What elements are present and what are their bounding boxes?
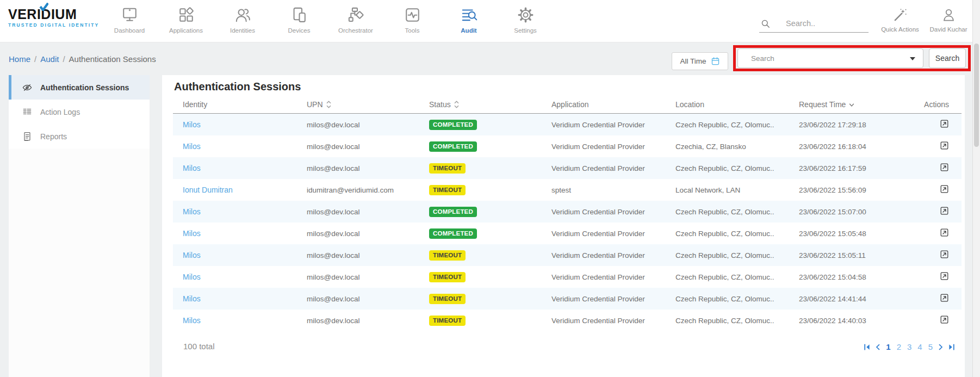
breadcrumb-audit-link[interactable]: Audit bbox=[40, 54, 59, 64]
cell-application: Veridium Credential Provider bbox=[542, 121, 666, 129]
table-row: Milosmilos@dev.localCOMPLETEDVeridium Cr… bbox=[173, 135, 962, 157]
open-record-button[interactable] bbox=[940, 315, 949, 324]
column-header-status[interactable]: Status bbox=[419, 100, 542, 113]
identity-link[interactable]: Milos bbox=[183, 142, 201, 151]
column-header-actions: Actions bbox=[898, 100, 962, 113]
status-badge: TIMEOUT bbox=[429, 294, 466, 304]
nav-item-settings[interactable]: Settings bbox=[497, 5, 554, 34]
user-name-label: David Kuchar bbox=[929, 26, 967, 33]
column-header-request-time[interactable]: Request Time bbox=[789, 100, 898, 113]
cell-upn: idumitran@veridiumid.com bbox=[297, 186, 419, 194]
sidebar-item-reports[interactable]: Reports bbox=[9, 124, 150, 149]
status-badge: TIMEOUT bbox=[429, 316, 466, 326]
next-page-button[interactable] bbox=[938, 344, 944, 350]
main-panel: Authentication Sessions IdentityUPNStatu… bbox=[162, 75, 965, 377]
open-record-button[interactable] bbox=[940, 163, 949, 172]
nav-item-audit[interactable]: Audit bbox=[441, 5, 497, 34]
cell-location: Local Network, LAN bbox=[666, 186, 789, 194]
cell-location: Czech Republic, CZ, Olomuc.. bbox=[666, 295, 789, 303]
page-number-3[interactable]: 3 bbox=[907, 342, 912, 351]
identity-link[interactable]: Ionut Dumitran bbox=[183, 186, 233, 194]
column-label: Identity bbox=[183, 100, 207, 109]
identity-link[interactable]: Milos bbox=[183, 294, 201, 303]
cell-actions bbox=[898, 119, 962, 130]
column-label: Status bbox=[429, 100, 451, 109]
open-record-button[interactable] bbox=[940, 141, 949, 150]
last-page-button[interactable] bbox=[948, 344, 955, 350]
nav-item-devices[interactable]: Devices bbox=[271, 5, 327, 34]
user-menu[interactable]: David Kuchar bbox=[924, 8, 973, 33]
brand-logo[interactable]: VERIDIUM TRUSTED DIGITAL IDENTITY bbox=[8, 7, 99, 28]
nav-item-label: Applications bbox=[169, 27, 203, 34]
quick-actions-button[interactable]: Quick Actions bbox=[874, 8, 926, 33]
search-field-dropdown[interactable]: Search bbox=[737, 48, 923, 68]
open-record-button[interactable] bbox=[940, 228, 949, 237]
nav-item-identities[interactable]: Identities bbox=[214, 5, 271, 34]
global-search-input[interactable]: Search.. bbox=[759, 15, 869, 33]
nav-item-dashboard[interactable]: Dashboard bbox=[101, 5, 158, 34]
cell-status: COMPLETED bbox=[419, 120, 542, 130]
cell-identity: Milos bbox=[173, 294, 297, 303]
global-search-placeholder: Search.. bbox=[786, 19, 815, 28]
first-page-button[interactable] bbox=[864, 344, 870, 350]
identity-link[interactable]: Milos bbox=[183, 316, 201, 325]
scrollbar-track[interactable] bbox=[972, 0, 980, 377]
sidebar-item-authentication-sessions[interactable]: Authentication Sessions bbox=[9, 75, 150, 100]
cell-application: Veridium Credential Provider bbox=[542, 208, 666, 216]
open-record-button[interactable] bbox=[940, 184, 949, 194]
page-number-1[interactable]: 1 bbox=[885, 342, 891, 351]
cell-request-time: 23/06/2022 15:05:48 bbox=[789, 230, 898, 238]
nav-item-label: Audit bbox=[461, 27, 476, 34]
cell-identity: Milos bbox=[173, 164, 297, 172]
cell-actions bbox=[898, 315, 962, 326]
page-number-2[interactable]: 2 bbox=[896, 342, 902, 351]
cell-identity: Milos bbox=[173, 142, 297, 151]
open-record-button[interactable] bbox=[940, 271, 949, 281]
cell-identity: Ionut Dumitran bbox=[173, 186, 297, 194]
identity-link[interactable]: Milos bbox=[183, 229, 201, 238]
calendar-icon bbox=[711, 57, 720, 66]
time-range-filter-button[interactable]: All Time bbox=[672, 52, 728, 70]
sort-both-icon bbox=[326, 100, 331, 109]
column-header-identity: Identity bbox=[173, 100, 297, 113]
cell-application: Veridium Credential Provider bbox=[542, 295, 666, 303]
breadcrumb-home-link[interactable]: Home bbox=[9, 54, 30, 64]
nav-item-applications[interactable]: Applications bbox=[158, 5, 214, 34]
open-record-button[interactable] bbox=[940, 250, 949, 259]
nav-item-tools[interactable]: Tools bbox=[384, 5, 441, 34]
scrollbar-thumb[interactable] bbox=[974, 44, 979, 147]
nav-item-orchestrator[interactable]: Orchestrator bbox=[327, 5, 384, 34]
identity-link[interactable]: Milos bbox=[183, 251, 201, 259]
identity-link[interactable]: Milos bbox=[183, 273, 201, 281]
open-record-button[interactable] bbox=[940, 293, 949, 302]
previous-page-button[interactable] bbox=[875, 344, 880, 350]
table-row: Ionut Dumitranidumitran@veridiumid.comTI… bbox=[173, 179, 962, 201]
status-badge: TIMEOUT bbox=[429, 250, 466, 261]
breadcrumb: Home/Audit/Authentication Sessions bbox=[9, 54, 156, 64]
page-number-4[interactable]: 4 bbox=[917, 342, 922, 351]
cell-upn: milos@dev.local bbox=[297, 164, 419, 172]
table-row: Milosmilos@dev.localCOMPLETEDVeridium Cr… bbox=[173, 201, 962, 223]
column-header-upn[interactable]: UPN bbox=[297, 100, 419, 113]
cell-status: COMPLETED bbox=[419, 141, 542, 152]
cell-actions bbox=[898, 228, 962, 239]
table-body: Milosmilos@dev.localCOMPLETEDVeridium Cr… bbox=[173, 114, 962, 331]
cell-application: Veridium Credential Provider bbox=[542, 143, 666, 151]
cell-request-time: 23/06/2022 14:41:44 bbox=[789, 295, 898, 303]
column-label: Application bbox=[551, 100, 589, 109]
magic-wand-icon bbox=[893, 8, 908, 22]
open-record-button[interactable] bbox=[940, 119, 949, 128]
cell-identity: Milos bbox=[173, 251, 297, 259]
cell-application: Veridium Credential Provider bbox=[542, 273, 666, 281]
search-button[interactable]: Search bbox=[929, 48, 966, 68]
identity-link[interactable]: Milos bbox=[183, 207, 201, 216]
page-number-5[interactable]: 5 bbox=[928, 342, 933, 351]
identity-link[interactable]: Milos bbox=[183, 120, 201, 129]
open-record-button[interactable] bbox=[940, 206, 949, 215]
identity-link[interactable]: Milos bbox=[183, 164, 201, 172]
sidebar-item-action-logs[interactable]: Action Logs bbox=[9, 100, 150, 124]
status-badge: TIMEOUT bbox=[429, 163, 466, 174]
nav-item-label: Dashboard bbox=[114, 27, 145, 34]
table-row: Milosmilos@dev.localTIMEOUTVeridium Cred… bbox=[173, 244, 962, 266]
cell-identity: Milos bbox=[173, 120, 297, 129]
